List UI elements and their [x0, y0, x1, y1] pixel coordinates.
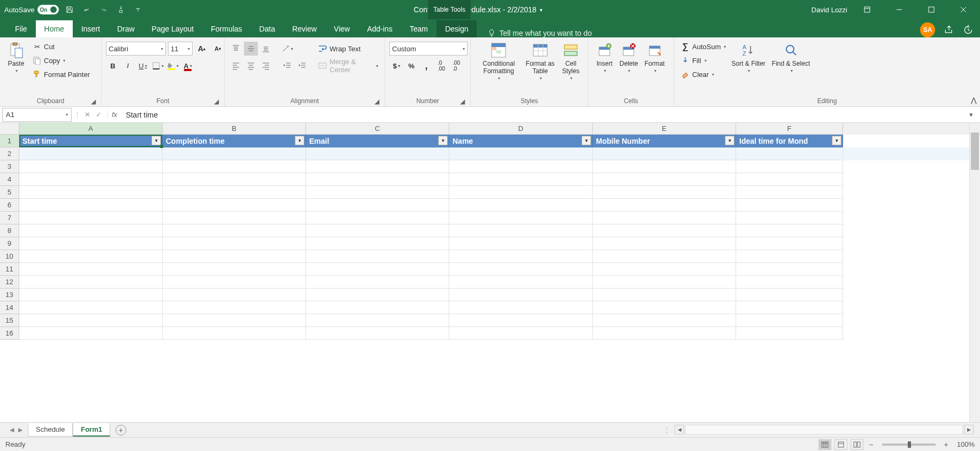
- minimize-icon[interactable]: [887, 0, 912, 19]
- row-header-10[interactable]: 10: [0, 250, 19, 263]
- tab-team[interactable]: Team: [401, 20, 437, 37]
- cell[interactable]: [306, 199, 449, 212]
- table-header-F[interactable]: Ideal time for Mond: [736, 135, 843, 147]
- cell[interactable]: [306, 147, 449, 160]
- cell[interactable]: [449, 250, 593, 263]
- tab-data[interactable]: Data: [251, 20, 284, 37]
- alignment-launcher-icon[interactable]: ◢: [373, 98, 380, 105]
- cell[interactable]: [163, 263, 306, 276]
- cell[interactable]: [19, 160, 163, 173]
- decrease-indent-icon[interactable]: [280, 59, 294, 73]
- column-header-B[interactable]: B: [163, 123, 306, 135]
- italic-button[interactable]: I: [121, 59, 135, 73]
- cell[interactable]: [163, 147, 306, 160]
- row-header-2[interactable]: 2: [0, 147, 19, 160]
- cell[interactable]: [163, 314, 306, 327]
- accept-formula-icon[interactable]: ✓: [96, 111, 102, 119]
- cell[interactable]: [593, 224, 736, 237]
- sheet-tab-schedule[interactable]: Schedule: [28, 423, 73, 437]
- close-icon[interactable]: [951, 0, 976, 19]
- cell[interactable]: [736, 224, 843, 237]
- cell[interactable]: [449, 186, 593, 199]
- cell[interactable]: [593, 147, 736, 160]
- filter-button-F[interactable]: [832, 136, 841, 145]
- cell[interactable]: [19, 199, 163, 212]
- font-color-button[interactable]: A▾: [181, 59, 195, 73]
- cell[interactable]: [593, 173, 736, 186]
- cell[interactable]: [449, 289, 593, 301]
- cell[interactable]: [449, 314, 593, 327]
- cell[interactable]: [306, 289, 449, 301]
- cell[interactable]: [736, 212, 843, 224]
- cell[interactable]: [593, 186, 736, 199]
- select-all-corner[interactable]: [0, 123, 19, 135]
- maximize-icon[interactable]: [919, 0, 944, 19]
- row-header-15[interactable]: 15: [0, 314, 19, 327]
- filter-button-E[interactable]: [725, 136, 734, 145]
- row-header-8[interactable]: 8: [0, 224, 19, 237]
- cell[interactable]: [19, 289, 163, 301]
- cell[interactable]: [593, 199, 736, 212]
- cell[interactable]: [306, 250, 449, 263]
- orientation-icon[interactable]: ▾: [280, 42, 294, 56]
- redo-icon[interactable]: [97, 3, 110, 16]
- cell[interactable]: [19, 212, 163, 224]
- find-select-button[interactable]: Find & Select▾: [769, 40, 813, 75]
- cut-button[interactable]: ✂Cut: [30, 40, 92, 53]
- clear-button[interactable]: Clear▾: [678, 67, 728, 81]
- tab-review[interactable]: Review: [284, 20, 325, 37]
- filter-button-D[interactable]: [581, 136, 591, 145]
- cell[interactable]: [306, 224, 449, 237]
- cell[interactable]: [163, 276, 306, 289]
- align-bottom-icon[interactable]: [259, 42, 273, 56]
- cell[interactable]: [306, 327, 449, 340]
- percent-icon[interactable]: %: [404, 59, 418, 73]
- increase-indent-icon[interactable]: [295, 59, 309, 73]
- history-icon[interactable]: [963, 25, 974, 35]
- row-header-4[interactable]: 4: [0, 173, 19, 186]
- cell[interactable]: [19, 314, 163, 327]
- format-as-table-button[interactable]: Format as Table▾: [523, 40, 558, 83]
- table-header-D[interactable]: Name: [449, 135, 593, 147]
- table-header-B[interactable]: Completion time: [163, 135, 306, 147]
- cell[interactable]: [736, 186, 843, 199]
- align-left-icon[interactable]: [229, 59, 243, 73]
- qat-customize-icon[interactable]: [132, 3, 144, 16]
- cell[interactable]: [593, 301, 736, 314]
- table-header-C[interactable]: Email: [306, 135, 449, 147]
- tab-add-ins[interactable]: Add-ins: [358, 20, 401, 37]
- tab-home[interactable]: Home: [36, 20, 73, 37]
- align-middle-icon[interactable]: [244, 42, 258, 56]
- row-header-7[interactable]: 7: [0, 212, 19, 224]
- cell[interactable]: [449, 327, 593, 340]
- cell[interactable]: [593, 314, 736, 327]
- wrap-text-button[interactable]: Wrap Text: [316, 42, 380, 56]
- decrease-decimal-icon[interactable]: .00.0: [449, 59, 463, 73]
- row-header-6[interactable]: 6: [0, 199, 19, 212]
- hscroll-left-icon[interactable]: ◀: [675, 425, 684, 434]
- cell[interactable]: [163, 173, 306, 186]
- autosum-button[interactable]: ∑AutoSum▾: [678, 40, 728, 53]
- filter-button-A[interactable]: [151, 136, 161, 145]
- underline-button[interactable]: U▾: [136, 59, 150, 73]
- cell[interactable]: [593, 237, 736, 250]
- row-header-9[interactable]: 9: [0, 237, 19, 250]
- number-format-combo[interactable]: Custom▾: [389, 42, 468, 56]
- zoom-slider[interactable]: [882, 444, 936, 446]
- filter-button-C[interactable]: [438, 136, 448, 145]
- font-name-combo[interactable]: Calibri▾: [106, 42, 166, 56]
- sheet-nav-next-icon[interactable]: ▶: [18, 426, 22, 433]
- normal-view-icon[interactable]: [818, 439, 831, 450]
- cell[interactable]: [593, 289, 736, 301]
- touch-mode-icon[interactable]: [114, 3, 127, 16]
- cell[interactable]: [449, 160, 593, 173]
- currency-icon[interactable]: $▾: [389, 59, 403, 73]
- tab-draw[interactable]: Draw: [109, 20, 143, 37]
- cell[interactable]: [19, 327, 163, 340]
- cell[interactable]: [306, 186, 449, 199]
- cell[interactable]: [449, 212, 593, 224]
- align-top-icon[interactable]: [229, 42, 243, 56]
- tab-page-layout[interactable]: Page Layout: [143, 20, 203, 37]
- copy-button[interactable]: Copy▾: [30, 53, 92, 67]
- clipboard-launcher-icon[interactable]: ◢: [89, 98, 97, 105]
